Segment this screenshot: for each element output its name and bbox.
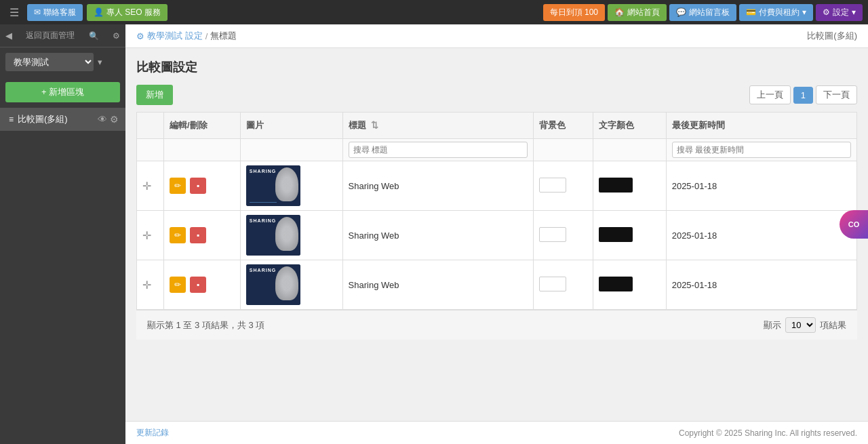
next-page-button[interactable]: 下一頁 bbox=[816, 85, 857, 104]
updated-cell-1: 2025-01-18 bbox=[666, 161, 856, 211]
edit-button-2[interactable]: ✏ bbox=[170, 227, 186, 243]
col-image: 圖片 bbox=[240, 113, 342, 139]
home-icon: 🏠 bbox=[614, 7, 625, 17]
page-title: 比較圖設定 bbox=[136, 59, 857, 75]
action-icons-2: ✏ ▪ bbox=[170, 227, 235, 243]
action-cell-3: ✏ ▪ bbox=[164, 260, 241, 310]
settings-breadcrumb-icon: ⚙ bbox=[136, 31, 144, 41]
result-label: 項結果 bbox=[820, 319, 846, 331]
search-title-cell bbox=[342, 139, 533, 161]
col-drag bbox=[137, 113, 164, 139]
drag-sidebar-icon: ≡ bbox=[9, 115, 14, 124]
drag-cell-1: ✛ bbox=[137, 161, 164, 211]
table-row: ✛ ✏ ▪ SHARING bbox=[137, 211, 857, 260]
text-color-swatch-3[interactable] bbox=[599, 277, 633, 291]
search-row bbox=[137, 139, 857, 161]
search-updated-cell bbox=[666, 139, 856, 161]
chat-icon: 💬 bbox=[676, 7, 686, 17]
contact-button[interactable]: ✉ 聯絡客服 bbox=[27, 4, 83, 21]
pagination: 上一頁 1 下一頁 bbox=[749, 85, 857, 104]
prev-page-button[interactable]: 上一頁 bbox=[749, 85, 791, 104]
delete-button-2[interactable]: ▪ bbox=[190, 227, 206, 243]
table-row: ✛ ✏ ▪ SHARING bbox=[137, 260, 857, 310]
delete-button-3[interactable]: ▪ bbox=[190, 277, 206, 293]
action-cell-2: ✏ ▪ bbox=[164, 211, 241, 260]
thumbnail-3: SHARING bbox=[246, 264, 300, 305]
thumbnail-1: SHARING bbox=[246, 165, 300, 206]
settings-top-button[interactable]: ⚙ 設定 ▾ bbox=[816, 4, 863, 21]
bg-color-swatch-2[interactable] bbox=[539, 227, 566, 242]
back-label[interactable]: 返回頁面管理 bbox=[26, 30, 75, 41]
bottom-bar: 顯示第 1 至 3 項結果，共 3 項 顯示 10 項結果 bbox=[136, 310, 857, 340]
current-page-button[interactable]: 1 bbox=[793, 87, 813, 104]
search-bgcolor-cell bbox=[533, 139, 593, 161]
image-cell-2: SHARING bbox=[240, 211, 342, 260]
result-summary: 顯示第 1 至 3 項結果，共 3 項 bbox=[147, 319, 264, 331]
search-edit-cell bbox=[164, 139, 241, 161]
bgcolor-cell-1 bbox=[533, 161, 593, 211]
site-selector[interactable]: 教學測試 bbox=[5, 53, 94, 71]
bg-color-swatch-1[interactable] bbox=[539, 178, 566, 193]
fee-button[interactable]: 💳 付費與租約 ▾ bbox=[739, 4, 813, 21]
drag-handle-3[interactable]: ✛ bbox=[142, 279, 151, 291]
footer: 更新記錄 Copyright © 2025 Sharing Inc. All r… bbox=[125, 421, 868, 444]
message-button[interactable]: 💬 網站留言板 bbox=[669, 4, 736, 21]
seo-button[interactable]: 👤 專人 SEO 服務 bbox=[87, 4, 167, 21]
col-title: 標題 ⇅ bbox=[342, 113, 533, 139]
per-page-select[interactable]: 10 bbox=[785, 317, 816, 333]
text-color-swatch-1[interactable] bbox=[599, 178, 633, 193]
copyright-text: Copyright © 2025 Sharing Inc. All rights… bbox=[679, 428, 857, 438]
site-button[interactable]: 🏠 網站首頁 bbox=[608, 4, 667, 21]
site-selector-area: 教學測試 ▾ bbox=[0, 47, 125, 77]
credit-card-icon: 💳 bbox=[746, 7, 756, 17]
delete-button-1[interactable]: ▪ bbox=[190, 178, 206, 194]
avatar-initials: CO bbox=[848, 220, 860, 228]
top-navigation: ☰ ✉ 聯絡客服 👤 專人 SEO 服務 每日到頂 100 🏠 網站首頁 💬 網… bbox=[0, 0, 868, 24]
update-log-link[interactable]: 更新記錄 bbox=[136, 427, 169, 439]
updated-cell-2: 2025-01-18 bbox=[666, 211, 856, 260]
drag-handle-2[interactable]: ✛ bbox=[142, 230, 151, 241]
preview-icon[interactable]: 🔍 bbox=[89, 31, 99, 41]
title-cell-3: Sharing Web bbox=[342, 260, 533, 310]
col-edit: 編輯/刪除 bbox=[164, 113, 241, 139]
image-cell-1: SHARING bbox=[240, 161, 342, 211]
sort-icon[interactable]: ⇅ bbox=[371, 120, 378, 130]
drag-cell-2: ✛ bbox=[137, 211, 164, 260]
sidebar-item-compare[interactable]: ≡ 比較圖(多組) 👁 ⚙ bbox=[0, 108, 125, 131]
new-block-button[interactable]: + 新增區塊 bbox=[5, 82, 120, 102]
breadcrumb-home-link[interactable]: 教學測試 設定 bbox=[147, 30, 203, 42]
eye-icon[interactable]: 👁 bbox=[98, 114, 107, 125]
textcolor-cell-3 bbox=[593, 260, 666, 310]
action-icons-3: ✏ ▪ bbox=[170, 277, 235, 293]
edit-button-3[interactable]: ✏ bbox=[170, 277, 186, 293]
hamburger-menu[interactable]: ☰ bbox=[5, 6, 23, 19]
add-button[interactable]: 新增 bbox=[136, 85, 173, 105]
search-title-input[interactable] bbox=[349, 142, 528, 158]
drag-handle-1[interactable]: ✛ bbox=[142, 180, 151, 192]
gear-sidebar-icon[interactable]: ⚙ bbox=[110, 114, 119, 125]
textcolor-cell-2 bbox=[593, 211, 666, 260]
table-toolbar: 新增 上一頁 1 下一頁 bbox=[136, 85, 857, 105]
bgcolor-cell-2 bbox=[533, 211, 593, 260]
table-row: ✛ ✏ ▪ SHARING bbox=[137, 161, 857, 211]
avatar-bubble[interactable]: CO bbox=[840, 210, 868, 239]
search-drag-cell bbox=[137, 139, 164, 161]
bg-color-swatch-3[interactable] bbox=[539, 277, 566, 291]
chevron-down-site-icon: ▾ bbox=[98, 57, 102, 67]
action-icons-1: ✏ ▪ bbox=[170, 178, 235, 194]
back-arrow-icon[interactable]: ◀ bbox=[5, 31, 12, 41]
drag-cell-3: ✛ bbox=[137, 260, 164, 310]
daily-button[interactable]: 每日到頂 100 bbox=[543, 4, 605, 21]
text-color-swatch-2[interactable] bbox=[599, 227, 633, 242]
edit-button-1[interactable]: ✏ bbox=[170, 178, 186, 194]
image-cell-3: SHARING bbox=[240, 260, 342, 310]
person-icon: 👤 bbox=[94, 7, 104, 17]
settings-sidebar-icon[interactable]: ⚙ bbox=[113, 31, 120, 41]
chevron-down-icon-settings: ▾ bbox=[852, 7, 856, 17]
action-cell-1: ✏ ▪ bbox=[164, 161, 241, 211]
gear-icon: ⚙ bbox=[823, 7, 830, 17]
search-date-input[interactable] bbox=[672, 142, 851, 158]
breadcrumb-bar: ⚙ 教學測試 設定 / 無標題 比較圖(多組) bbox=[125, 24, 868, 48]
breadcrumb: ⚙ 教學測試 設定 / 無標題 bbox=[136, 30, 237, 42]
search-textcolor-cell bbox=[593, 139, 666, 161]
